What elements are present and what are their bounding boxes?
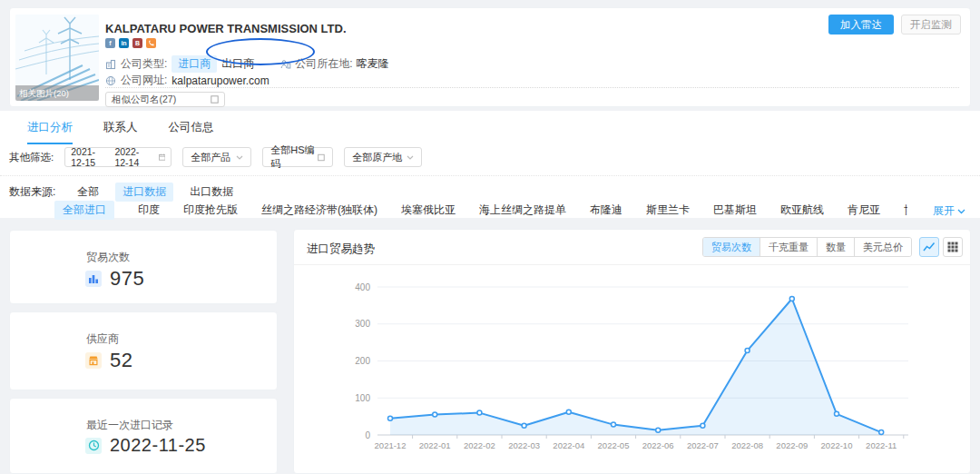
- x-tick-label: 2022-11: [866, 440, 897, 450]
- line-chart-view-icon[interactable]: [919, 237, 939, 257]
- last-import-label: 最近一次进口记录: [86, 418, 173, 433]
- region-tab-11[interactable]: 博茨瓦纳: [904, 201, 907, 220]
- social-links: f in B: [105, 38, 156, 48]
- region-tab-0[interactable]: 全部进口: [54, 201, 114, 220]
- data-point-2022-09[interactable]: [789, 297, 794, 301]
- chevron-down-icon: [236, 155, 243, 160]
- data-point-2022-02[interactable]: [477, 410, 482, 415]
- data-point-2022-10[interactable]: [835, 411, 839, 416]
- y-tick-label: 100: [355, 393, 370, 403]
- data-point-2022-01[interactable]: [433, 412, 437, 417]
- source-option-0[interactable]: 全部: [70, 183, 106, 202]
- company-name: KALPATARU POWER TRANSMISSION LTD.: [105, 22, 347, 35]
- metric-toggle-0[interactable]: 贸易次数: [703, 238, 760, 256]
- location-icon: [280, 59, 291, 70]
- region-tabs: 全部进口印度印度抢先版丝绸之路经济带(独联体)埃塞俄比亚海上丝绸之路提单布隆迪斯…: [54, 201, 907, 220]
- metric-toggle-1[interactable]: 千克重量: [760, 238, 817, 256]
- import-trend-card: 进口贸易趋势 贸易次数千克重量数量美元总价 01002003004002021-…: [293, 229, 971, 474]
- header-dotted-divider: [105, 87, 959, 88]
- x-tick-label: 2022-01: [419, 440, 451, 450]
- x-tick-label: 2022-08: [731, 440, 763, 450]
- company-image[interactable]: 相关图片(20): [15, 15, 99, 101]
- data-point-2022-08[interactable]: [745, 349, 750, 353]
- region-tab-7[interactable]: 斯里兰卡: [646, 201, 690, 220]
- blog-icon[interactable]: B: [132, 38, 142, 48]
- data-point-2021-12[interactable]: [388, 416, 393, 420]
- suppliers-label: 供应商: [86, 331, 119, 347]
- data-point-2022-07[interactable]: [701, 423, 705, 428]
- filter-row: 其他筛选: 2021-12-15 2022-12-14 全部产品 全部HS编码 …: [9, 147, 422, 167]
- hs-code-select[interactable]: 全部HS编码: [262, 147, 333, 167]
- x-tick-label: 2022-04: [553, 440, 584, 450]
- importer-tag[interactable]: 进口商: [172, 55, 217, 73]
- x-tick-label: 2022-02: [464, 440, 495, 450]
- trade-count-value: 975: [110, 267, 144, 291]
- y-tick-label: 200: [355, 356, 370, 366]
- metric-toggle-2[interactable]: 数量: [817, 238, 854, 256]
- data-point-2022-06[interactable]: [656, 428, 661, 432]
- region-tab-3[interactable]: 丝绸之路经济带(独联体): [261, 201, 377, 220]
- hs-code-select-value: 全部HS编码: [270, 143, 318, 171]
- clock-icon: [85, 438, 102, 454]
- region-tab-2[interactable]: 印度抢先版: [183, 201, 238, 220]
- region-tab-1[interactable]: 印度: [138, 201, 160, 220]
- origin-select[interactable]: 全部原产地: [344, 147, 422, 167]
- tab-2[interactable]: 公司信息: [169, 120, 214, 144]
- region-tab-6[interactable]: 布隆迪: [590, 201, 622, 220]
- filter-dotted-divider: [0, 175, 980, 176]
- product-select[interactable]: 全部产品: [182, 147, 251, 167]
- metric-toggle-group: 贸易次数千克重量数量美元总价: [702, 237, 912, 257]
- region-tab-4[interactable]: 埃塞俄比亚: [401, 201, 456, 220]
- suppliers-card: 供应商 52: [9, 311, 278, 390]
- x-tick-label: 2022-06: [642, 440, 674, 450]
- join-radar-button[interactable]: 加入雷达: [828, 15, 894, 35]
- source-option-2[interactable]: 出口数据: [182, 183, 240, 202]
- linkedin-icon[interactable]: in: [119, 38, 129, 48]
- region-tab-8[interactable]: 巴基斯坦: [713, 201, 757, 220]
- data-point-2022-03[interactable]: [522, 423, 526, 428]
- exporter-tag[interactable]: 出口商: [221, 56, 254, 72]
- origin-select-value: 全部原产地: [352, 151, 402, 164]
- data-source-label: 数据来源:: [9, 184, 55, 200]
- facebook-icon[interactable]: f: [105, 38, 115, 48]
- tab-0[interactable]: 进口分析: [27, 120, 73, 144]
- region-tab-10[interactable]: 肯尼亚: [848, 201, 880, 220]
- website-link[interactable]: kalpatarupower.com: [172, 74, 269, 87]
- region-tab-9[interactable]: 欧亚航线: [780, 201, 824, 220]
- data-point-2022-05[interactable]: [612, 422, 616, 427]
- data-source-row: 数据来源: 全部进口数据出口数据: [9, 183, 240, 202]
- trade-count-label: 贸易次数: [86, 250, 130, 265]
- expand-box-icon: [211, 95, 219, 104]
- company-header-card: 相关图片(20) KALPATARU POWER TRANSMISSION LT…: [9, 7, 971, 107]
- company-website-row: 公司网址: kalpatarupower.com: [105, 73, 270, 88]
- start-monitor-button[interactable]: 开启监测: [901, 15, 961, 35]
- source-option-1[interactable]: 进口数据: [115, 183, 173, 202]
- y-tick-label: 400: [355, 282, 370, 292]
- table-view-icon[interactable]: [943, 237, 963, 257]
- x-tick-label: 2022-03: [508, 440, 540, 450]
- expand-regions-link[interactable]: 展开: [933, 203, 965, 219]
- tab-1[interactable]: 联系人: [103, 120, 138, 144]
- y-tick-label: 0: [365, 430, 370, 440]
- chart-header-divider: [294, 264, 970, 265]
- related-images-caption[interactable]: 相关图片(20): [15, 85, 99, 101]
- x-tick-label: 2022-09: [776, 440, 808, 450]
- region-tab-5[interactable]: 海上丝绸之路提单: [479, 201, 566, 220]
- view-switch-group: [919, 237, 963, 257]
- calendar-icon: [159, 153, 166, 162]
- suppliers-value: 52: [110, 349, 132, 372]
- date-range-picker[interactable]: 2021-12-15 2022-12-14: [64, 147, 172, 167]
- data-point-2022-11[interactable]: [879, 430, 884, 435]
- metric-toggle-3[interactable]: 美元总价: [854, 238, 911, 256]
- trade-count-card: 贸易次数 975: [9, 230, 278, 304]
- company-type-label: 公司类型:: [121, 56, 167, 72]
- similar-companies-select[interactable]: 相似公司名(27): [105, 92, 225, 107]
- data-point-2022-04[interactable]: [566, 410, 571, 414]
- trend-area: [390, 299, 881, 435]
- company-type-row: 公司类型: 进口商 出口商 公司所在地: 喀麦隆: [105, 55, 389, 73]
- data-source-options: 全部进口数据出口数据: [70, 183, 240, 202]
- phone-icon[interactable]: [146, 38, 156, 48]
- chevron-down-icon: [957, 209, 965, 214]
- company-location: 公司所在地: 喀麦隆: [280, 56, 388, 72]
- location-label: 公司所在地:: [295, 56, 352, 72]
